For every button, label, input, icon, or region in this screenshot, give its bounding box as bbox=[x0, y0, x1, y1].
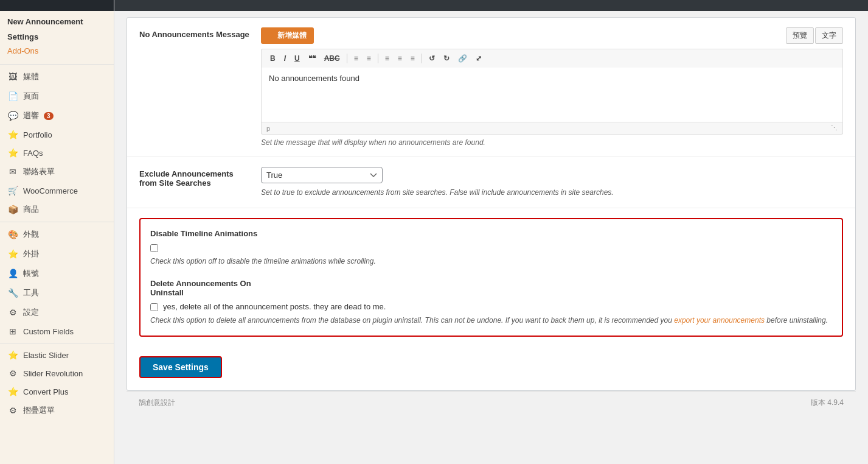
disable-animations-row: Disable Timeline Animations Check this o… bbox=[150, 229, 832, 267]
no-announcements-control: ✦ 新增媒體 預覽 文字 B I U ❝❝ ABC bbox=[261, 27, 843, 147]
bold-button[interactable]: B bbox=[266, 52, 279, 65]
italic-button[interactable]: I bbox=[280, 52, 290, 65]
sidebar: New Announcement Settings Add-Ons 🖼 媒體 📄… bbox=[0, 0, 114, 464]
sidebar-divider bbox=[0, 64, 114, 65]
sidebar-item-label: Elastic Slider bbox=[23, 351, 69, 360]
no-announcements-row: No Announcements Message ✦ 新增媒體 預覽 文字 bbox=[127, 18, 855, 157]
sidebar-item-label: 摺疊選單 bbox=[23, 405, 55, 416]
delete-description: Check this option to delete all announce… bbox=[150, 315, 832, 326]
sidebar-item-comments[interactable]: 💬 迴響 3 bbox=[0, 106, 114, 125]
editor-tag: p bbox=[266, 125, 270, 132]
delete-label: Delete Announcements On Uninstall bbox=[150, 279, 832, 297]
products-icon: 📦 bbox=[7, 205, 18, 214]
blockquote-button[interactable]: ❝❝ bbox=[305, 52, 319, 65]
sidebar-item-appearance[interactable]: 🎨 外觀 bbox=[0, 225, 114, 244]
unordered-list-button[interactable]: ≡ bbox=[350, 52, 362, 65]
export-link[interactable]: export your announcements bbox=[674, 316, 765, 325]
editor-toolbar: B I U ❝❝ ABC ≡ ≡ ≡ ≡ ≡ ↺ ↻ bbox=[261, 49, 843, 68]
resize-handle[interactable]: ⋱ bbox=[831, 124, 838, 132]
sidebar-top-bar bbox=[0, 0, 114, 11]
sidebar-item-label: WooCommerce bbox=[23, 186, 78, 195]
main-content: No Announcements Message ✦ 新增媒體 預覽 文字 bbox=[114, 0, 868, 464]
delete-checkbox-row: yes, delete all of the announcement post… bbox=[150, 302, 832, 311]
tools-icon: 🔧 bbox=[7, 288, 18, 298]
add-media-button[interactable]: ✦ 新增媒體 bbox=[261, 27, 314, 44]
faqs-icon: ⭐ bbox=[7, 148, 18, 158]
sidebar-item-woocommerce[interactable]: 🛒 WooCommerce bbox=[0, 181, 114, 200]
strikethrough-button[interactable]: ABC bbox=[321, 52, 344, 65]
sidebar-item-pages[interactable]: 📄 頁面 bbox=[0, 86, 114, 106]
align-right-button[interactable]: ≡ bbox=[407, 52, 418, 65]
sidebar-addons[interactable]: Add-Ons bbox=[0, 44, 114, 62]
page-footer: 鵠創意設計 版本 4.9.4 bbox=[127, 391, 856, 414]
redo-button[interactable]: ↻ bbox=[440, 52, 453, 65]
sidebar-item-plugins[interactable]: ⭐ 外掛 bbox=[0, 244, 114, 264]
delete-description-part1: Check this option to delete all announce… bbox=[150, 316, 672, 325]
sidebar-item-label: 聯絡表單 bbox=[23, 166, 55, 177]
sidebar-settings[interactable]: Settings bbox=[0, 30, 114, 44]
link-button[interactable]: 🔗 bbox=[454, 52, 471, 65]
content-area: No Announcements Message ✦ 新增媒體 預覽 文字 bbox=[114, 11, 868, 426]
sidebar-divider3 bbox=[0, 343, 114, 343]
sidebar-item-portfolio[interactable]: ⭐ Portfolio bbox=[0, 125, 114, 144]
sidebar-item-label: Slider Revolution bbox=[23, 369, 83, 378]
footer-right: 版本 4.9.4 bbox=[811, 398, 844, 408]
elasticslider-icon: ⭐ bbox=[7, 350, 18, 360]
sidebar-item-faqs[interactable]: ⭐ FAQs bbox=[0, 144, 114, 162]
sidebar-item-label: 工具 bbox=[23, 287, 39, 298]
sidebar-item-label: 迴響 bbox=[23, 110, 39, 121]
comments-badge: 3 bbox=[44, 112, 54, 120]
sidebar-item-convertplus[interactable]: ⭐ Convert Plus bbox=[0, 382, 114, 401]
underline-button[interactable]: U bbox=[291, 52, 304, 65]
disable-animations-checkbox-row bbox=[150, 243, 832, 252]
exclude-control: True False Set to true to exclude announ… bbox=[261, 167, 843, 198]
save-settings-button[interactable]: Save Settings bbox=[139, 356, 222, 378]
sidebar-item-settings[interactable]: ⚙ 設定 bbox=[0, 303, 114, 322]
toolbar-sep2 bbox=[378, 54, 378, 63]
sidebar-item-elasticslider[interactable]: ⭐ Elastic Slider bbox=[0, 346, 114, 364]
sidebar-item-label: 帳號 bbox=[23, 268, 39, 279]
delete-announcements-row: Delete Announcements On Uninstall yes, d… bbox=[150, 279, 832, 326]
sidebar-item-label: FAQs bbox=[23, 149, 43, 158]
exclude-row: Exclude Announcements from Site Searches… bbox=[127, 157, 855, 208]
sidebar-item-label: Custom Fields bbox=[23, 327, 74, 336]
preview-text-group: 預覽 文字 bbox=[786, 27, 843, 44]
sidebar-item-media[interactable]: 🖼 媒體 bbox=[0, 67, 114, 86]
sidebar-item-foldingmenu[interactable]: ⚙ 摺疊選單 bbox=[0, 401, 114, 420]
align-left-button[interactable]: ≡ bbox=[381, 52, 393, 65]
preview-button[interactable]: 預覽 bbox=[786, 27, 814, 44]
plugins-icon: ⭐ bbox=[7, 249, 18, 259]
sidebar-item-contact[interactable]: ✉ 聯絡表單 bbox=[0, 162, 114, 181]
text-button[interactable]: 文字 bbox=[815, 27, 843, 44]
sidebar-new-announcement[interactable]: New Announcement bbox=[0, 11, 114, 30]
disable-animations-label: Disable Timeline Animations bbox=[150, 229, 832, 238]
sidebar-item-customfields[interactable]: ⊞ Custom Fields bbox=[0, 322, 114, 340]
disable-animations-checkbox[interactable] bbox=[150, 244, 158, 252]
sidebar-item-label: 頁面 bbox=[23, 91, 39, 102]
settings-panel: No Announcements Message ✦ 新增媒體 預覽 文字 bbox=[127, 17, 856, 391]
exclude-select[interactable]: True False bbox=[261, 167, 383, 183]
foldingmenu-icon: ⚙ bbox=[7, 406, 18, 415]
sidebar-item-label: 外掛 bbox=[23, 248, 39, 259]
fullscreen-button[interactable]: ⤢ bbox=[472, 52, 485, 65]
star-icon: ✦ bbox=[268, 32, 274, 40]
sidebar-item-tools[interactable]: 🔧 工具 bbox=[0, 283, 114, 303]
delete-description-part2: before uninstalling. bbox=[766, 316, 828, 325]
comments-icon: 💬 bbox=[7, 111, 18, 121]
sidebar-item-sliderrevolution[interactable]: ⚙ Slider Revolution bbox=[0, 364, 114, 382]
media-icon: 🖼 bbox=[7, 72, 18, 82]
undo-button[interactable]: ↺ bbox=[425, 52, 439, 65]
sliderrevolution-icon: ⚙ bbox=[7, 368, 18, 378]
editor-area[interactable]: No announcements found bbox=[261, 68, 843, 122]
sidebar-divider2 bbox=[0, 222, 114, 222]
sidebar-item-users[interactable]: 👤 帳號 bbox=[0, 264, 114, 283]
sidebar-item-products[interactable]: 📦 商品 bbox=[0, 200, 114, 219]
align-center-button[interactable]: ≡ bbox=[394, 52, 406, 65]
editor-content: No announcements found bbox=[269, 74, 835, 83]
delete-checkbox[interactable] bbox=[150, 303, 158, 311]
sidebar-item-label: Convert Plus bbox=[23, 387, 68, 396]
delete-checkbox-label: yes, delete all of the announcement post… bbox=[163, 302, 386, 311]
exclude-description: Set to true to exclude announcements fro… bbox=[261, 187, 843, 198]
ordered-list-button[interactable]: ≡ bbox=[363, 52, 375, 65]
portfolio-icon: ⭐ bbox=[7, 130, 18, 139]
